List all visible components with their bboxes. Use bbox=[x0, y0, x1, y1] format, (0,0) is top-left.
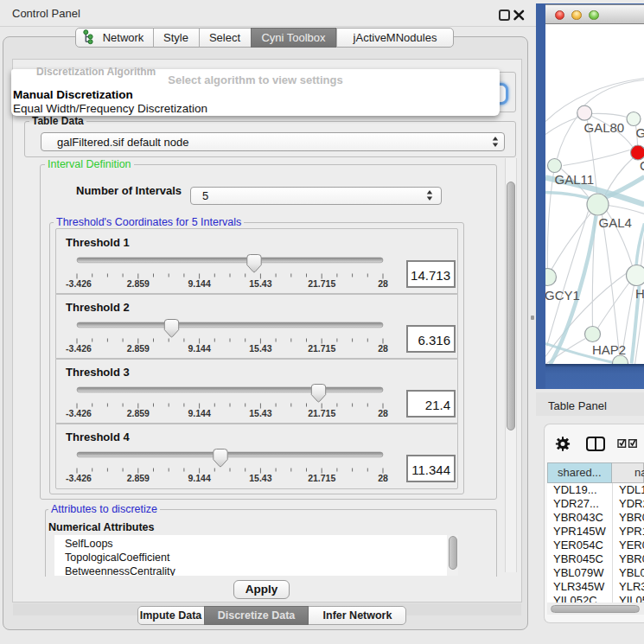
svg-text:C: C bbox=[640, 157, 644, 172]
svg-text:GAL11: GAL11 bbox=[554, 172, 594, 187]
svg-text:GCY1: GCY1 bbox=[545, 287, 580, 302]
svg-text:GA: GA bbox=[635, 124, 644, 139]
svg-text:HAP2: HAP2 bbox=[592, 342, 626, 357]
svg-text:GAL80: GAL80 bbox=[583, 120, 624, 135]
svg-text:GAL4: GAL4 bbox=[598, 215, 631, 230]
svg-text:H: H bbox=[635, 285, 644, 300]
